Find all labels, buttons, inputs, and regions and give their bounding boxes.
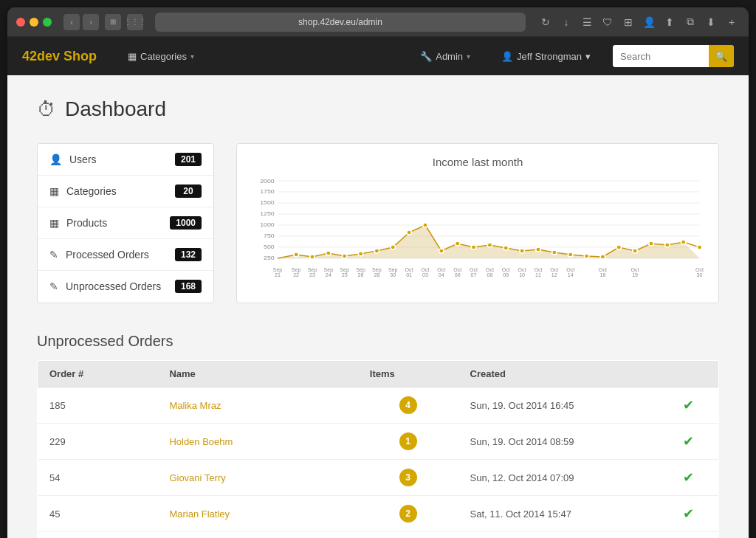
refresh-icon[interactable]: ↻ xyxy=(537,14,554,30)
page-title: Dashboard xyxy=(65,97,166,121)
svg-text:04: 04 xyxy=(439,272,444,277)
svg-text:750: 750 xyxy=(264,232,275,239)
svg-text:01: 01 xyxy=(406,272,412,277)
action-cell: ✔ xyxy=(659,532,718,539)
minimize-button[interactable] xyxy=(30,18,38,27)
check-icon: ✔ xyxy=(683,470,694,485)
svg-text:03: 03 xyxy=(422,272,428,277)
check-icon: ✔ xyxy=(683,506,694,521)
stat-products[interactable]: ▦ Products 1000 xyxy=(38,207,213,239)
customer-name-link[interactable]: Malika Mraz xyxy=(157,387,357,424)
svg-text:Oct: Oct xyxy=(453,267,461,272)
search-button[interactable]: 🔍 xyxy=(709,45,734,67)
user-icon: 👤 xyxy=(49,154,62,165)
orders-table: Order # Name Items Created 185 Malika Mr… xyxy=(37,360,719,538)
order-number: 173 xyxy=(38,532,158,539)
download-icon[interactable]: ↓ xyxy=(558,14,574,30)
stat-badge: 168 xyxy=(175,280,202,293)
svg-point-32 xyxy=(536,247,541,252)
items-badge: 4 xyxy=(399,396,417,414)
categories-label: Categories xyxy=(140,51,187,62)
stats-panel: 👤 Users 201 ▦ Categories 20 ▦ Products 1… xyxy=(37,143,214,303)
stat-badge: 132 xyxy=(175,248,202,261)
admin-menu[interactable]: 🔧 Admin ▾ xyxy=(411,46,479,66)
back-button[interactable]: ‹ xyxy=(63,14,80,30)
edit-icon-2: ✎ xyxy=(49,280,58,292)
table-row: 45 Marian Flatley 2 Sat, 11. Oct 2014 15… xyxy=(38,496,719,532)
view-toggle-button[interactable]: ⊞ xyxy=(105,14,121,30)
svg-text:1250: 1250 xyxy=(260,210,275,217)
customer-name-link[interactable]: Giovani Terry xyxy=(157,460,357,496)
stat-users[interactable]: 👤 Users 201 xyxy=(38,144,213,176)
url-bar[interactable]: shop.42dev.eu/admin xyxy=(155,13,526,32)
svg-text:18: 18 xyxy=(599,272,605,277)
svg-text:1500: 1500 xyxy=(260,199,275,206)
col-header-order: Order # xyxy=(38,361,158,387)
svg-text:21: 21 xyxy=(275,272,281,277)
check-icon: ✔ xyxy=(683,434,694,449)
layers-icon[interactable]: ⊞ xyxy=(620,14,636,30)
svg-text:19: 19 xyxy=(632,272,638,277)
extensions-icon[interactable]: ⬇ xyxy=(703,14,719,30)
profile-icon[interactable]: 👤 xyxy=(641,14,657,30)
created-date: Sun, 19. Oct 2014 16:45 xyxy=(458,387,659,424)
forward-button[interactable]: › xyxy=(83,14,99,30)
svg-text:26: 26 xyxy=(358,272,364,277)
svg-text:Oct: Oct xyxy=(599,267,607,272)
wrench-icon: 🔧 xyxy=(420,51,432,62)
action-cell: ✔ xyxy=(659,496,718,532)
browser-actions: ↻ ↓ ☰ 🛡 ⊞ 👤 ⬆ ⧉ ⬇ + xyxy=(537,14,740,30)
svg-point-36 xyxy=(600,255,605,259)
user-label: Jeff Strongman xyxy=(517,51,582,62)
svg-text:06: 06 xyxy=(455,272,461,277)
stat-categories[interactable]: ▦ Categories 20 xyxy=(38,176,213,207)
created-date: Sun, 19. Oct 2014 08:59 xyxy=(458,424,659,460)
col-header-action xyxy=(659,361,718,387)
income-chart: 2000 1750 1500 1250 1000 750 500 250 xyxy=(252,177,704,295)
customer-name-link[interactable]: Marian Flatley xyxy=(157,496,357,532)
app-brand[interactable]: 42dev Shop xyxy=(22,49,97,64)
browser-window: ‹ › ⊞ ⋮⋮⋮ shop.42dev.eu/admin ↻ ↓ ☰ 🛡 ⊞ … xyxy=(7,7,749,538)
duplicate-icon[interactable]: ⧉ xyxy=(682,14,698,30)
svg-text:23: 23 xyxy=(309,272,315,277)
svg-text:30: 30 xyxy=(697,272,703,277)
svg-text:Oct: Oct xyxy=(470,267,478,272)
svg-text:Oct: Oct xyxy=(486,267,494,272)
grid-button[interactable]: ⋮⋮⋮ xyxy=(127,14,143,30)
shield-icon[interactable]: 🛡 xyxy=(599,14,616,30)
col-header-created: Created xyxy=(458,361,659,387)
user-icon: 👤 xyxy=(501,51,513,62)
search-bar: 🔍 xyxy=(613,45,734,67)
orders-section: Unprocessed Orders Order # Name Items Cr… xyxy=(37,333,719,538)
svg-point-42 xyxy=(697,245,702,249)
share-icon[interactable]: ⬆ xyxy=(662,14,678,30)
svg-text:Oct: Oct xyxy=(437,267,445,272)
menu-icon[interactable]: ☰ xyxy=(579,14,595,30)
action-cell: ✔ xyxy=(659,387,718,424)
customer-name-link[interactable]: Holden Boehm xyxy=(157,424,357,460)
stat-processed-orders[interactable]: ✎ Processed Orders 132 xyxy=(38,239,213,271)
items-cell: 3 xyxy=(358,460,458,496)
svg-text:09: 09 xyxy=(503,272,509,277)
caret-down-icon-3: ▾ xyxy=(585,51,591,62)
add-tab-button[interactable]: + xyxy=(724,14,740,30)
svg-point-31 xyxy=(520,249,525,253)
search-input[interactable] xyxy=(613,45,709,67)
categories-menu[interactable]: ▦ Categories ▾ xyxy=(119,46,203,66)
user-menu[interactable]: 👤 Jeff Strongman ▾ xyxy=(494,46,598,66)
close-button[interactable] xyxy=(16,18,25,27)
customer-name-link[interactable]: Oscar Hackett xyxy=(157,532,357,539)
svg-point-18 xyxy=(310,255,315,259)
svg-text:12: 12 xyxy=(551,272,557,277)
table-row: 173 Oscar Hackett 2 Thu, 09. Oct 2014 02… xyxy=(38,532,719,539)
svg-text:25: 25 xyxy=(342,272,348,277)
svg-point-17 xyxy=(294,252,299,257)
svg-point-19 xyxy=(326,251,331,255)
stat-unprocessed-orders[interactable]: ✎ Unprocessed Orders 168 xyxy=(38,271,213,302)
page-header: ⏱ Dashboard xyxy=(37,97,719,121)
stat-label: Products xyxy=(66,217,170,229)
grid-icon: ▦ xyxy=(128,51,137,62)
maximize-button[interactable] xyxy=(43,18,52,27)
grid-icon: ▦ xyxy=(49,185,59,197)
page-content: ⏱ Dashboard 👤 Users 201 ▦ Categories 20 … xyxy=(7,75,749,538)
